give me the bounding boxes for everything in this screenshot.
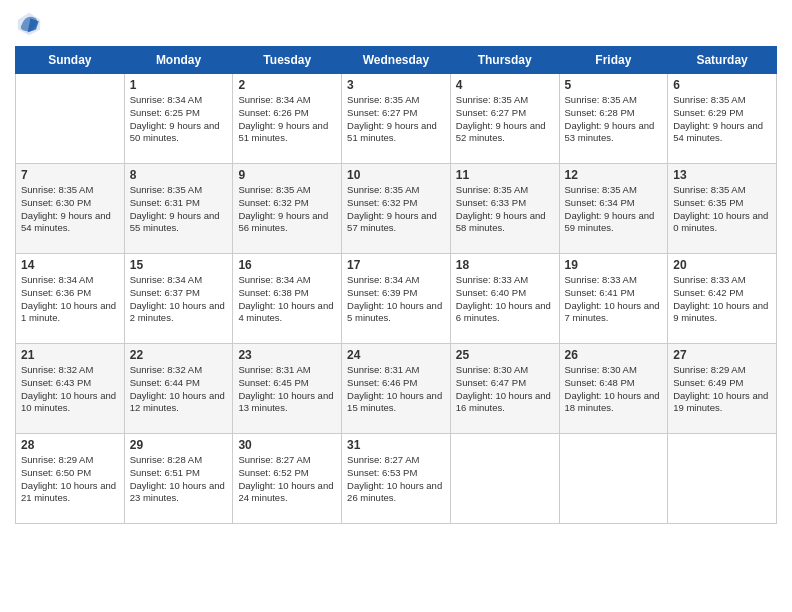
- calendar-cell: 9Sunrise: 8:35 AM Sunset: 6:32 PM Daylig…: [233, 164, 342, 254]
- day-number: 27: [673, 348, 771, 362]
- day-number: 23: [238, 348, 336, 362]
- col-header-monday: Monday: [124, 47, 233, 74]
- cell-info: Sunrise: 8:35 AM Sunset: 6:27 PM Dayligh…: [347, 94, 445, 145]
- calendar-cell: 12Sunrise: 8:35 AM Sunset: 6:34 PM Dayli…: [559, 164, 668, 254]
- cell-info: Sunrise: 8:31 AM Sunset: 6:45 PM Dayligh…: [238, 364, 336, 415]
- day-number: 11: [456, 168, 554, 182]
- cell-info: Sunrise: 8:34 AM Sunset: 6:25 PM Dayligh…: [130, 94, 228, 145]
- generalblue-logo-icon: [15, 10, 43, 38]
- calendar-header-row: SundayMondayTuesdayWednesdayThursdayFrid…: [16, 47, 777, 74]
- day-number: 22: [130, 348, 228, 362]
- calendar-week-row: 7Sunrise: 8:35 AM Sunset: 6:30 PM Daylig…: [16, 164, 777, 254]
- calendar-cell: 18Sunrise: 8:33 AM Sunset: 6:40 PM Dayli…: [450, 254, 559, 344]
- cell-info: Sunrise: 8:32 AM Sunset: 6:43 PM Dayligh…: [21, 364, 119, 415]
- calendar-cell: 30Sunrise: 8:27 AM Sunset: 6:52 PM Dayli…: [233, 434, 342, 524]
- calendar-cell: 27Sunrise: 8:29 AM Sunset: 6:49 PM Dayli…: [668, 344, 777, 434]
- day-number: 1: [130, 78, 228, 92]
- calendar-cell: 16Sunrise: 8:34 AM Sunset: 6:38 PM Dayli…: [233, 254, 342, 344]
- cell-info: Sunrise: 8:35 AM Sunset: 6:30 PM Dayligh…: [21, 184, 119, 235]
- calendar-week-row: 14Sunrise: 8:34 AM Sunset: 6:36 PM Dayli…: [16, 254, 777, 344]
- cell-info: Sunrise: 8:29 AM Sunset: 6:50 PM Dayligh…: [21, 454, 119, 505]
- calendar-cell: [16, 74, 125, 164]
- day-number: 15: [130, 258, 228, 272]
- cell-info: Sunrise: 8:34 AM Sunset: 6:38 PM Dayligh…: [238, 274, 336, 325]
- day-number: 12: [565, 168, 663, 182]
- calendar-cell: 21Sunrise: 8:32 AM Sunset: 6:43 PM Dayli…: [16, 344, 125, 434]
- cell-info: Sunrise: 8:28 AM Sunset: 6:51 PM Dayligh…: [130, 454, 228, 505]
- calendar-cell: 31Sunrise: 8:27 AM Sunset: 6:53 PM Dayli…: [342, 434, 451, 524]
- day-number: 2: [238, 78, 336, 92]
- day-number: 16: [238, 258, 336, 272]
- cell-info: Sunrise: 8:35 AM Sunset: 6:28 PM Dayligh…: [565, 94, 663, 145]
- col-header-thursday: Thursday: [450, 47, 559, 74]
- day-number: 7: [21, 168, 119, 182]
- calendar-cell: 25Sunrise: 8:30 AM Sunset: 6:47 PM Dayli…: [450, 344, 559, 434]
- cell-info: Sunrise: 8:31 AM Sunset: 6:46 PM Dayligh…: [347, 364, 445, 415]
- calendar-table: SundayMondayTuesdayWednesdayThursdayFrid…: [15, 46, 777, 524]
- calendar-cell: 5Sunrise: 8:35 AM Sunset: 6:28 PM Daylig…: [559, 74, 668, 164]
- cell-info: Sunrise: 8:35 AM Sunset: 6:29 PM Dayligh…: [673, 94, 771, 145]
- day-number: 18: [456, 258, 554, 272]
- calendar-cell: 6Sunrise: 8:35 AM Sunset: 6:29 PM Daylig…: [668, 74, 777, 164]
- calendar-cell: 20Sunrise: 8:33 AM Sunset: 6:42 PM Dayli…: [668, 254, 777, 344]
- col-header-tuesday: Tuesday: [233, 47, 342, 74]
- day-number: 31: [347, 438, 445, 452]
- calendar-week-row: 1Sunrise: 8:34 AM Sunset: 6:25 PM Daylig…: [16, 74, 777, 164]
- calendar-cell: 2Sunrise: 8:34 AM Sunset: 6:26 PM Daylig…: [233, 74, 342, 164]
- day-number: 29: [130, 438, 228, 452]
- page: SundayMondayTuesdayWednesdayThursdayFrid…: [0, 0, 792, 612]
- cell-info: Sunrise: 8:35 AM Sunset: 6:32 PM Dayligh…: [347, 184, 445, 235]
- calendar-cell: 14Sunrise: 8:34 AM Sunset: 6:36 PM Dayli…: [16, 254, 125, 344]
- cell-info: Sunrise: 8:35 AM Sunset: 6:27 PM Dayligh…: [456, 94, 554, 145]
- cell-info: Sunrise: 8:34 AM Sunset: 6:36 PM Dayligh…: [21, 274, 119, 325]
- day-number: 17: [347, 258, 445, 272]
- calendar-cell: 17Sunrise: 8:34 AM Sunset: 6:39 PM Dayli…: [342, 254, 451, 344]
- day-number: 3: [347, 78, 445, 92]
- cell-info: Sunrise: 8:30 AM Sunset: 6:48 PM Dayligh…: [565, 364, 663, 415]
- calendar-cell: 23Sunrise: 8:31 AM Sunset: 6:45 PM Dayli…: [233, 344, 342, 434]
- day-number: 6: [673, 78, 771, 92]
- cell-info: Sunrise: 8:35 AM Sunset: 6:33 PM Dayligh…: [456, 184, 554, 235]
- calendar-cell: 4Sunrise: 8:35 AM Sunset: 6:27 PM Daylig…: [450, 74, 559, 164]
- calendar-week-row: 21Sunrise: 8:32 AM Sunset: 6:43 PM Dayli…: [16, 344, 777, 434]
- day-number: 26: [565, 348, 663, 362]
- col-header-sunday: Sunday: [16, 47, 125, 74]
- cell-info: Sunrise: 8:30 AM Sunset: 6:47 PM Dayligh…: [456, 364, 554, 415]
- calendar-cell: 24Sunrise: 8:31 AM Sunset: 6:46 PM Dayli…: [342, 344, 451, 434]
- calendar-cell: 28Sunrise: 8:29 AM Sunset: 6:50 PM Dayli…: [16, 434, 125, 524]
- day-number: 13: [673, 168, 771, 182]
- cell-info: Sunrise: 8:27 AM Sunset: 6:52 PM Dayligh…: [238, 454, 336, 505]
- cell-info: Sunrise: 8:35 AM Sunset: 6:34 PM Dayligh…: [565, 184, 663, 235]
- day-number: 21: [21, 348, 119, 362]
- cell-info: Sunrise: 8:35 AM Sunset: 6:31 PM Dayligh…: [130, 184, 228, 235]
- calendar-cell: 29Sunrise: 8:28 AM Sunset: 6:51 PM Dayli…: [124, 434, 233, 524]
- cell-info: Sunrise: 8:29 AM Sunset: 6:49 PM Dayligh…: [673, 364, 771, 415]
- day-number: 5: [565, 78, 663, 92]
- cell-info: Sunrise: 8:35 AM Sunset: 6:35 PM Dayligh…: [673, 184, 771, 235]
- col-header-wednesday: Wednesday: [342, 47, 451, 74]
- logo: [15, 10, 47, 38]
- col-header-saturday: Saturday: [668, 47, 777, 74]
- header: [15, 10, 777, 38]
- cell-info: Sunrise: 8:35 AM Sunset: 6:32 PM Dayligh…: [238, 184, 336, 235]
- calendar-cell: 13Sunrise: 8:35 AM Sunset: 6:35 PM Dayli…: [668, 164, 777, 254]
- day-number: 20: [673, 258, 771, 272]
- day-number: 28: [21, 438, 119, 452]
- cell-info: Sunrise: 8:34 AM Sunset: 6:26 PM Dayligh…: [238, 94, 336, 145]
- calendar-cell: 15Sunrise: 8:34 AM Sunset: 6:37 PM Dayli…: [124, 254, 233, 344]
- calendar-cell: 10Sunrise: 8:35 AM Sunset: 6:32 PM Dayli…: [342, 164, 451, 254]
- col-header-friday: Friday: [559, 47, 668, 74]
- cell-info: Sunrise: 8:27 AM Sunset: 6:53 PM Dayligh…: [347, 454, 445, 505]
- calendar-week-row: 28Sunrise: 8:29 AM Sunset: 6:50 PM Dayli…: [16, 434, 777, 524]
- day-number: 19: [565, 258, 663, 272]
- calendar-cell: [559, 434, 668, 524]
- day-number: 30: [238, 438, 336, 452]
- day-number: 8: [130, 168, 228, 182]
- calendar-cell: 19Sunrise: 8:33 AM Sunset: 6:41 PM Dayli…: [559, 254, 668, 344]
- calendar-cell: 26Sunrise: 8:30 AM Sunset: 6:48 PM Dayli…: [559, 344, 668, 434]
- calendar-cell: 1Sunrise: 8:34 AM Sunset: 6:25 PM Daylig…: [124, 74, 233, 164]
- cell-info: Sunrise: 8:33 AM Sunset: 6:42 PM Dayligh…: [673, 274, 771, 325]
- day-number: 25: [456, 348, 554, 362]
- day-number: 14: [21, 258, 119, 272]
- calendar-cell: 7Sunrise: 8:35 AM Sunset: 6:30 PM Daylig…: [16, 164, 125, 254]
